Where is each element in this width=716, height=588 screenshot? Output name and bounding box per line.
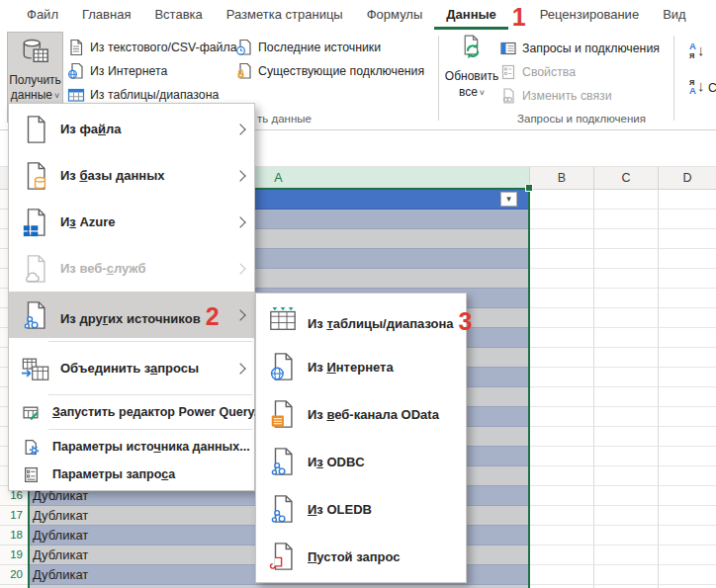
tab-page-layout[interactable]: Разметка страницы <box>215 0 355 30</box>
cell-B10[interactable] <box>529 368 593 387</box>
cell-C6[interactable] <box>593 289 658 308</box>
menu-item-from-database[interactable]: Из базы данных <box>9 152 254 199</box>
cell-D5[interactable] <box>658 269 716 289</box>
column-header-C[interactable]: C <box>593 167 658 190</box>
column-header-B[interactable]: B <box>529 167 593 190</box>
from-web-button[interactable]: Из Интернета <box>67 61 167 81</box>
filter-dropdown-button[interactable]: ▾ <box>500 192 517 207</box>
menu-item-data-source-settings[interactable]: Параметры источника данных... <box>9 433 254 461</box>
submenu-item-from-odbc[interactable]: Из ODBC <box>256 438 466 485</box>
cell-C16[interactable] <box>593 486 658 506</box>
menu-item-combine-queries[interactable]: Объединить запросы <box>9 345 254 391</box>
cell-B18[interactable] <box>529 526 593 546</box>
cell-C7[interactable] <box>593 308 658 328</box>
sort-descending-button[interactable]: я А ↓ <box>689 77 704 95</box>
cell-D15[interactable] <box>658 466 716 486</box>
from-table-range-button[interactable]: Из таблицы/диапазона <box>67 85 219 105</box>
cell-D7[interactable] <box>658 308 716 328</box>
cell-D20[interactable] <box>658 565 716 585</box>
menu-item-query-options[interactable]: Параметры запроса <box>9 461 254 488</box>
submenu-item-from-odata-feed[interactable]: Из веб-канала OData <box>256 390 466 438</box>
cell-D6[interactable] <box>658 289 716 308</box>
row-header-20[interactable]: 20 <box>0 565 28 585</box>
cell-C2[interactable] <box>593 210 658 229</box>
cell-C3[interactable] <box>593 229 658 249</box>
cell-C17[interactable] <box>593 506 658 526</box>
cell-C13[interactable] <box>593 427 658 447</box>
tab-file[interactable]: Файл <box>15 0 70 30</box>
submenu-item-from-web[interactable]: Из Интернета <box>256 343 466 390</box>
sort-ascending-button[interactable]: А я ↓ <box>689 42 704 59</box>
cell-D12[interactable] <box>658 407 716 427</box>
cell-C12[interactable] <box>593 407 658 427</box>
cell-D3[interactable] <box>658 229 716 249</box>
cell-C9[interactable] <box>593 348 658 368</box>
cell-B2[interactable] <box>529 210 593 229</box>
from-text-csv-button[interactable]: Из текстового/CSV-файла <box>67 38 236 57</box>
cell-C1[interactable] <box>593 190 658 210</box>
cell-D17[interactable] <box>658 506 716 526</box>
cell-D10[interactable] <box>658 368 716 387</box>
cell-D16[interactable] <box>658 486 716 506</box>
cell-C8[interactable] <box>593 328 658 348</box>
cell-B6[interactable] <box>529 289 593 308</box>
cell-B1[interactable] <box>529 190 593 210</box>
cell-C4[interactable] <box>593 249 658 269</box>
queries-connections-button[interactable]: Запросы и подключения <box>499 39 660 58</box>
cell-B17[interactable] <box>529 506 593 526</box>
cell-C10[interactable] <box>593 368 658 387</box>
tab-insert[interactable]: Вставка <box>142 0 214 30</box>
cell-B13[interactable] <box>529 427 593 447</box>
cell-D11[interactable] <box>658 387 716 407</box>
cell-C18[interactable] <box>593 526 658 546</box>
submenu-item-blank-query[interactable]: Пустой запрос <box>256 533 466 580</box>
tab-home[interactable]: Главная <box>70 0 142 30</box>
cell-D18[interactable] <box>658 526 716 546</box>
cell-B14[interactable] <box>529 447 593 466</box>
menu-item-from-file[interactable]: Из файла <box>9 106 254 152</box>
cell-B11[interactable] <box>529 387 593 407</box>
cell-B3[interactable] <box>529 229 593 249</box>
selection-handle[interactable] <box>525 184 533 192</box>
refresh-all-button[interactable]: Обновить все˅ <box>445 34 498 123</box>
cell-B15[interactable] <box>529 466 593 486</box>
cell-B12[interactable] <box>529 407 593 427</box>
cell-D8[interactable] <box>658 328 716 348</box>
cell-B9[interactable] <box>529 348 593 368</box>
cell-C19[interactable] <box>593 546 658 565</box>
cell-B8[interactable] <box>529 328 593 348</box>
menu-item-launch-power-query-editor[interactable]: Запустить редактор Power Query... <box>9 398 254 426</box>
cell-D19[interactable] <box>658 546 716 565</box>
cell-C11[interactable] <box>593 387 658 407</box>
submenu-item-from-oledb[interactable]: Из OLEDB <box>256 485 466 533</box>
tab-data[interactable]: Данные <box>434 0 508 30</box>
existing-connections-button[interactable]: Существующие подключения <box>235 61 424 81</box>
cell-C20[interactable] <box>593 565 658 585</box>
menu-item-from-azure[interactable]: Из Azure <box>9 199 254 245</box>
row-header-19[interactable]: 19 <box>0 546 28 565</box>
cell-B16[interactable] <box>529 486 593 506</box>
cell-B19[interactable] <box>529 546 593 565</box>
cell-D2[interactable] <box>658 210 716 229</box>
recent-sources-button[interactable]: Последние источники <box>235 38 381 57</box>
row-header-18[interactable]: 18 <box>0 526 28 546</box>
cell-D1[interactable] <box>658 190 716 210</box>
tab-review[interactable]: Рецензирование <box>528 0 651 30</box>
cell-D14[interactable] <box>658 447 716 466</box>
cell-D9[interactable] <box>658 348 716 368</box>
row-header-17[interactable]: 17 <box>0 506 28 526</box>
cell-D13[interactable] <box>658 427 716 447</box>
menu-item-from-other-sources[interactable]: Из других источников2 <box>9 292 254 338</box>
tab-formulas[interactable]: Формулы <box>355 0 435 30</box>
tab-view[interactable]: Вид <box>651 0 698 30</box>
submenu-item-from-table-range[interactable]: Из таблицы/диапазона3 <box>256 295 466 343</box>
cell-C15[interactable] <box>593 466 658 486</box>
column-header-D[interactable]: D <box>658 167 716 190</box>
cell-D4[interactable] <box>658 249 716 269</box>
cell-B20[interactable] <box>529 565 593 585</box>
cell-B5[interactable] <box>529 269 593 289</box>
cell-B4[interactable] <box>529 249 593 269</box>
cell-B7[interactable] <box>529 308 593 328</box>
cell-C5[interactable] <box>593 269 658 289</box>
cell-C14[interactable] <box>593 447 658 466</box>
